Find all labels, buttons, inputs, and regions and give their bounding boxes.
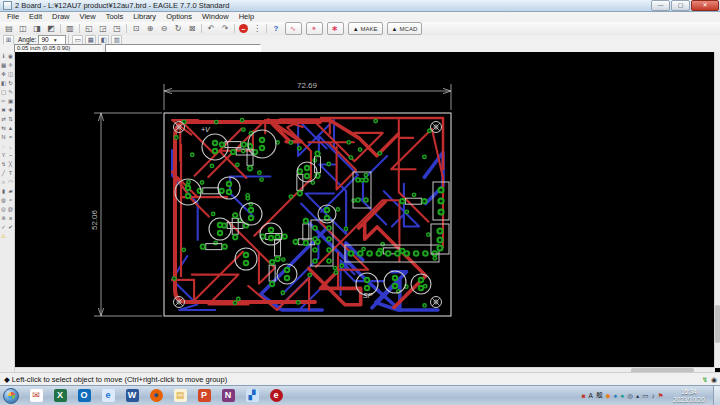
taskbar-powerpoint[interactable]: P [193, 388, 215, 404]
tool-optimize[interactable]: ~ [7, 151, 14, 160]
tool-polygon[interactable]: ▰ [7, 187, 14, 196]
tool-miter[interactable]: ◟ [7, 142, 14, 151]
tray-ime-mode-direct[interactable]: A [589, 392, 593, 399]
minimize-button[interactable]: — [651, 0, 670, 11]
tool-name[interactable]: N [0, 133, 7, 142]
window-board-icon[interactable]: ◲ [97, 22, 110, 35]
mcad-button[interactable]: ▲ MCAD [387, 22, 423, 35]
tray-tray-icon-1[interactable]: ◆ [605, 392, 610, 400]
stop-icon[interactable]: – [239, 24, 248, 33]
open-icon[interactable]: ▤ [3, 22, 16, 35]
tool-display[interactable]: ▦ [0, 61, 7, 70]
drawing-canvas[interactable]: 72.6952.06+VSP [15, 52, 715, 368]
tray-hidden-icons[interactable]: ▴ [636, 392, 639, 400]
taskbar-remote-app[interactable]: ▞ [241, 388, 263, 404]
taskbar-firefox[interactable]: ● [145, 388, 167, 404]
menu-edit[interactable]: Edit [24, 12, 47, 22]
tray-network[interactable]: ▭ [642, 392, 648, 400]
tool-attribute[interactable]: @ [7, 205, 14, 214]
tool-paste[interactable]: ▣ [7, 97, 14, 106]
taskbar-eagle[interactable]: e [265, 388, 287, 404]
cam-processor-icon[interactable]: ◩ [45, 22, 58, 35]
zoom-in-icon[interactable]: ⊕ [144, 22, 157, 35]
vertical-scrollbar[interactable] [714, 52, 720, 368]
tool-copy[interactable]: ◫ [7, 70, 14, 79]
tool-signal[interactable]: ≈ [7, 196, 14, 205]
taskbar-explorer[interactable]: ▤ [169, 388, 191, 404]
tool-smash[interactable]: ◌ [0, 142, 7, 151]
tool-auto[interactable]: ≡ [7, 214, 14, 223]
tool-rect[interactable]: ▮ [0, 187, 7, 196]
menu-options[interactable]: Options [161, 12, 197, 22]
maximize-button[interactable]: ▢ [671, 0, 690, 11]
make-button[interactable]: ▲ MAKE [348, 22, 383, 35]
tool-pinswap[interactable]: ⇄ [0, 115, 7, 124]
tool-show[interactable]: ◉ [7, 52, 14, 61]
taskbar-internet-explorer[interactable]: e [97, 388, 119, 404]
taskbar-excel[interactable]: X [49, 388, 71, 404]
tool-ripup[interactable]: ╳ [7, 160, 14, 169]
redo-icon[interactable]: ↷ [219, 22, 232, 35]
tray-action-center-flag[interactable]: ⚑ [658, 392, 664, 400]
tray-tray-icon-3[interactable]: ● [620, 392, 624, 399]
taskbar-outlook[interactable]: O [73, 388, 95, 404]
window-library-icon[interactable]: ◳ [111, 22, 124, 35]
menu-draw[interactable]: Draw [47, 12, 75, 22]
help-icon[interactable]: ? [270, 22, 283, 35]
tool-split[interactable]: Y [0, 151, 7, 160]
tool-route[interactable]: ↯ [0, 160, 7, 169]
tool-group[interactable]: ▢ [0, 88, 7, 97]
fab-service-2-button[interactable]: ✶ [306, 22, 323, 35]
show-desktop-button[interactable] [713, 386, 720, 405]
tool-via[interactable]: ◍ [0, 196, 7, 205]
undo-icon[interactable]: ↶ [205, 22, 218, 35]
tool-rotate[interactable]: ↻ [7, 79, 14, 88]
menu-file[interactable]: File [2, 12, 24, 22]
start-button[interactable] [3, 388, 19, 404]
tool-mark[interactable]: ✛ [7, 61, 14, 70]
tool-lock[interactable]: ▲ [7, 124, 14, 133]
taskbar-word[interactable]: W [121, 388, 143, 404]
grid-button[interactable]: ⊞ [3, 35, 14, 45]
save-icon[interactable]: ◫ [17, 22, 30, 35]
menu-tools[interactable]: Tools [101, 12, 129, 22]
window-schematic-icon[interactable]: ◱ [83, 22, 96, 35]
tool-cut[interactable]: ✂ [0, 97, 7, 106]
zoom-redraw-icon[interactable]: ↻ [172, 22, 185, 35]
tool-move[interactable]: ✜ [0, 70, 7, 79]
menu-help[interactable]: Help [234, 12, 259, 22]
tool-delete[interactable]: ✖ [0, 106, 7, 115]
menu-library[interactable]: Library [128, 12, 161, 22]
tool-circle[interactable]: ○ [0, 178, 7, 187]
tool-mirror[interactable]: ◧ [0, 79, 7, 88]
menu-view[interactable]: View [75, 12, 101, 22]
tray-volume[interactable]: ♪ [651, 392, 654, 399]
tool-drc[interactable]: ✔ [7, 223, 14, 232]
tool-erc[interactable]: ✓ [0, 223, 7, 232]
tool-info[interactable]: ℹ [0, 52, 7, 61]
zoom-fit-icon[interactable]: ⊡ [130, 22, 143, 35]
taskbar-mail[interactable]: ✉ [25, 388, 47, 404]
zoom-out-icon[interactable]: ⊖ [158, 22, 171, 35]
tool-text[interactable]: T [7, 169, 14, 178]
tool-wire[interactable]: ╱ [0, 169, 7, 178]
fab-service-1-button[interactable]: ∿ [285, 22, 302, 35]
taskbar-onenote[interactable]: N [217, 388, 239, 404]
tray-ime-mode-kanji[interactable]: 般 [596, 391, 603, 400]
close-button[interactable]: ✕ [691, 0, 719, 11]
tool-hole[interactable]: ◎ [0, 205, 7, 214]
taskbar-clock[interactable]: 16:34 2023/10/20 [667, 388, 711, 403]
tray-tray-icon-4[interactable]: ◎ [627, 392, 633, 400]
tool-add[interactable]: ✚ [7, 106, 14, 115]
tool-value[interactable]: = [7, 133, 14, 142]
tool-replace[interactable]: ⇅ [7, 115, 14, 124]
tray-tray-icon-2[interactable]: ● [613, 392, 617, 399]
menu-window[interactable]: Window [197, 12, 234, 22]
fab-service-3-button[interactable]: ✱ [327, 22, 344, 35]
tool-gateswap[interactable]: ⇆ [0, 124, 7, 133]
zoom-select-icon[interactable]: ⊠ [186, 22, 199, 35]
tool-errors[interactable]: ⚠ [0, 232, 7, 241]
tool-arc[interactable]: ◠ [7, 178, 14, 187]
print-icon[interactable]: ◨ [31, 22, 44, 35]
tool-ratsnest[interactable]: ※ [0, 214, 7, 223]
